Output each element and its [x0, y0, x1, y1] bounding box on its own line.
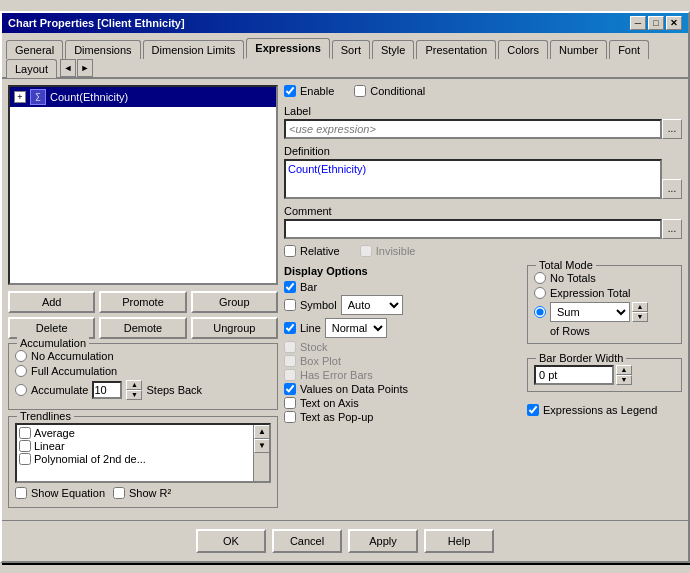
ok-button[interactable]: OK: [196, 529, 266, 553]
expression-item[interactable]: + ∑ Count(Ethnicity): [10, 87, 276, 107]
sum-radio[interactable]: [534, 306, 546, 318]
definition-dots-button[interactable]: ...: [662, 179, 682, 199]
trend-item-linear[interactable]: Linear: [19, 440, 251, 452]
expand-button[interactable]: +: [14, 91, 26, 103]
steps-down[interactable]: ▼: [126, 390, 142, 400]
tab-sort[interactable]: Sort: [332, 40, 370, 59]
total-mode-group: Total Mode No Totals Expression Total: [527, 265, 682, 344]
sum-down[interactable]: ▼: [632, 312, 648, 322]
relative-invisible-row: Relative Invisible: [284, 245, 682, 259]
label-dots-button[interactable]: ...: [662, 119, 682, 139]
average-checkbox[interactable]: [19, 427, 31, 439]
window-title: Chart Properties [Client Ethnicity]: [8, 17, 185, 29]
ungroup-button[interactable]: Ungroup: [191, 317, 278, 339]
tab-number[interactable]: Number: [550, 40, 607, 59]
delete-button[interactable]: Delete: [8, 317, 95, 339]
enable-row: Enable Conditional: [284, 85, 682, 99]
relative-checkbox[interactable]: [284, 245, 296, 257]
bottom-buttons-area: OK Cancel Apply Help: [2, 520, 688, 561]
tab-layout[interactable]: Layout: [6, 59, 57, 78]
tab-style[interactable]: Style: [372, 40, 414, 59]
comment-input[interactable]: [284, 219, 662, 239]
sum-spinner[interactable]: ▲ ▼: [632, 302, 648, 322]
bar-checkbox[interactable]: [284, 281, 296, 293]
display-options: Display Options Bar Symbol Auto Circle S: [284, 265, 521, 425]
line-row: Line Normal Thick Thin: [284, 318, 521, 338]
bar-border-up[interactable]: ▲: [616, 365, 632, 375]
close-button[interactable]: ✕: [666, 16, 682, 30]
display-options-title: Display Options: [284, 265, 521, 277]
bar-border-spinner[interactable]: ▲ ▼: [616, 365, 632, 385]
tab-general[interactable]: General: [6, 40, 63, 59]
trendlines-scrollbar[interactable]: ▲ ▼: [253, 425, 269, 481]
definition-input[interactable]: Count(Ethnicity): [284, 159, 662, 199]
expression-icon: ∑: [30, 89, 46, 105]
steps-input[interactable]: [92, 381, 122, 399]
steps-spinner[interactable]: ▲ ▼: [126, 380, 142, 400]
scroll-down[interactable]: ▼: [254, 439, 270, 453]
button-row-1: Add Promote Group: [8, 291, 278, 313]
scroll-up[interactable]: ▲: [254, 425, 270, 439]
tab-nav-prev[interactable]: ◄: [60, 59, 76, 77]
sum-dropdown[interactable]: Sum: [550, 302, 630, 322]
stock-checkbox[interactable]: [284, 341, 296, 353]
apply-button[interactable]: Apply: [348, 529, 418, 553]
text-on-axis-checkbox[interactable]: [284, 397, 296, 409]
conditional-checkbox[interactable]: [354, 85, 366, 97]
polynomial-checkbox[interactable]: [19, 453, 31, 465]
tab-dimension-limits[interactable]: Dimension Limits: [143, 40, 245, 59]
tab-colors[interactable]: Colors: [498, 40, 548, 59]
label-input[interactable]: [284, 119, 662, 139]
invisible-row: Invisible: [360, 245, 416, 257]
promote-button[interactable]: Promote: [99, 291, 186, 313]
accumulate-radio[interactable]: [15, 384, 27, 396]
box-plot-checkbox[interactable]: [284, 355, 296, 367]
full-accumulation-radio[interactable]: [15, 365, 27, 377]
symbol-dropdown[interactable]: Auto Circle Square: [341, 295, 403, 315]
no-totals-radio[interactable]: [534, 272, 546, 284]
label-input-row: ...: [284, 119, 682, 139]
demote-button[interactable]: Demote: [99, 317, 186, 339]
linear-checkbox[interactable]: [19, 440, 31, 452]
group-button[interactable]: Group: [191, 291, 278, 313]
has-error-bars-checkbox[interactable]: [284, 369, 296, 381]
tab-expressions[interactable]: Expressions: [246, 38, 329, 59]
expressions-legend-row: Expressions as Legend: [527, 404, 682, 416]
expressions-legend-checkbox[interactable]: [527, 404, 539, 416]
conditional-label: Conditional: [370, 85, 425, 97]
steps-back-label: Steps Back: [146, 384, 202, 396]
comment-dots-button[interactable]: ...: [662, 219, 682, 239]
steps-up[interactable]: ▲: [126, 380, 142, 390]
line-checkbox[interactable]: [284, 322, 296, 334]
values-on-data-points-checkbox[interactable]: [284, 383, 296, 395]
maximize-button[interactable]: □: [648, 16, 664, 30]
help-button[interactable]: Help: [424, 529, 494, 553]
comment-row: ...: [284, 219, 682, 239]
trendlines-items: Average Linear Polynomial of 2nd de...: [17, 425, 253, 481]
line-dropdown[interactable]: Normal Thick Thin: [325, 318, 387, 338]
text-as-popup-checkbox[interactable]: [284, 411, 296, 423]
tab-presentation[interactable]: Presentation: [416, 40, 496, 59]
bar-border-input[interactable]: [534, 365, 614, 385]
tab-font[interactable]: Font: [609, 40, 649, 59]
show-equation-checkbox[interactable]: [15, 487, 27, 499]
enable-checkbox[interactable]: [284, 85, 296, 97]
show-r2-checkbox[interactable]: [113, 487, 125, 499]
trend-item-average[interactable]: Average: [19, 427, 251, 439]
sum-up[interactable]: ▲: [632, 302, 648, 312]
tab-nav-next[interactable]: ►: [77, 59, 93, 77]
cancel-button[interactable]: Cancel: [272, 529, 342, 553]
expression-total-radio[interactable]: [534, 287, 546, 299]
no-accumulation-row: No Accumulation: [15, 350, 271, 362]
expressions-legend-label: Expressions as Legend: [543, 404, 657, 416]
invisible-checkbox[interactable]: [360, 245, 372, 257]
add-button[interactable]: Add: [8, 291, 95, 313]
symbol-checkbox[interactable]: [284, 299, 296, 311]
no-accumulation-radio[interactable]: [15, 350, 27, 362]
bar-border-down[interactable]: ▼: [616, 375, 632, 385]
trend-item-polynomial[interactable]: Polynomial of 2nd de...: [19, 453, 251, 465]
trendlines-list[interactable]: Average Linear Polynomial of 2nd de... ▲: [15, 423, 271, 483]
minimize-button[interactable]: ─: [630, 16, 646, 30]
tab-dimensions[interactable]: Dimensions: [65, 40, 140, 59]
expression-list[interactable]: + ∑ Count(Ethnicity): [8, 85, 278, 285]
